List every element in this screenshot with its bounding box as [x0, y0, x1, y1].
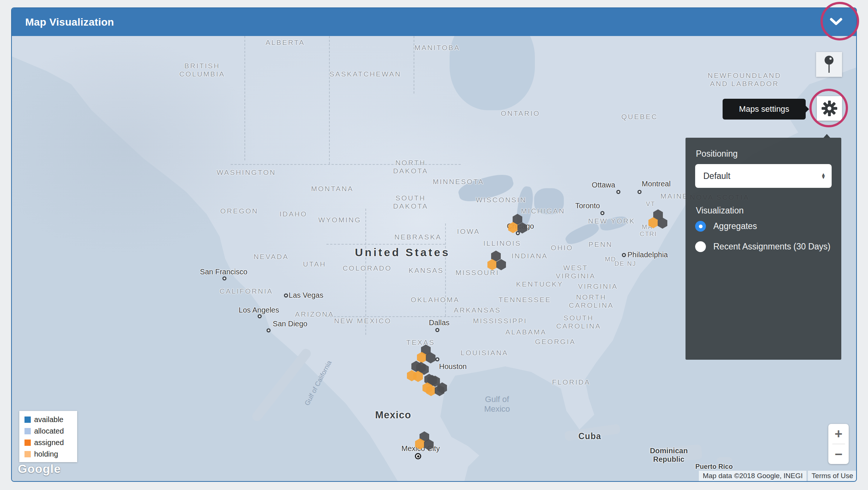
region-label: SOUTH DAKOTA: [393, 194, 428, 210]
legend-label: holding: [34, 450, 58, 458]
city-label: Las Vegas: [289, 291, 323, 300]
region-label: NEW YORK: [588, 217, 635, 225]
region-label: UTAH: [303, 260, 326, 268]
region-label: SASKATCHEWAN: [329, 70, 401, 78]
city-dot: [601, 211, 605, 215]
map-settings-panel: Positioning Default ▲▼ Visualization Agg…: [685, 138, 841, 360]
region-label: TEXAS: [406, 339, 435, 347]
region-label: RI: [650, 231, 657, 238]
legend-swatch: [24, 416, 31, 423]
region-label: SOUTH CAROLINA: [556, 314, 601, 330]
region-label: COLORADO: [343, 264, 392, 272]
region-label: NEWFOUNDLAND AND LABRADOR: [708, 72, 782, 88]
radio-label: Recent Assignments (30 Days): [713, 242, 831, 252]
tooltip-text: Maps settings: [739, 104, 789, 114]
border-line: [329, 36, 330, 164]
legend-item: holding: [24, 450, 73, 458]
region-label: DE NJ: [614, 260, 636, 268]
positioning-label: Positioning: [696, 149, 841, 159]
region-label: TENNESSEE: [499, 296, 551, 304]
panel-notch: [823, 134, 830, 138]
region-label: IOWA: [457, 228, 480, 236]
chevron-down-icon: [829, 18, 843, 26]
city-label: Ottawa: [592, 181, 615, 189]
city-label: San Diego: [273, 320, 307, 328]
city-capital-dot: [415, 453, 421, 460]
place-label: Mexico: [375, 409, 411, 421]
border-line: [244, 36, 245, 160]
region-label: NORTH DAKOTA: [393, 159, 428, 175]
region-label: WYOMING: [318, 216, 361, 224]
place-label: United States: [355, 246, 450, 259]
city-label: Los Angeles: [239, 306, 279, 314]
place-label: Cuba: [578, 431, 601, 441]
border-line: [326, 244, 445, 245]
map-canvas[interactable]: ALBERTABRITISH COLUMBIASASKATCHEWANMANIT…: [12, 36, 856, 481]
visualization-option[interactable]: Recent Assignments (30 Days): [695, 241, 841, 252]
legend-item: assigned: [24, 438, 73, 447]
radio-unselected[interactable]: [695, 241, 706, 252]
maps-settings-tooltip: Maps settings: [723, 99, 806, 120]
map-data-attribution: Map data ©2018 Google, INEGI: [699, 471, 806, 481]
visualization-label: Visualization: [696, 206, 841, 216]
region-label: MAINE: [660, 192, 688, 200]
city-label: Dallas: [429, 318, 450, 327]
region-label: MANITOBA: [415, 44, 460, 52]
region-label: FLORIDA: [552, 378, 590, 386]
city-dot: [622, 253, 626, 257]
region-label: MISSOURI: [456, 269, 499, 277]
map-legend: availableallocatedassignedholding: [19, 411, 77, 462]
region-label: NEBRASKA: [394, 233, 441, 241]
region-label: GEORGIA: [535, 338, 576, 346]
zoom-in-button[interactable]: +: [828, 424, 849, 444]
legend-item: allocated: [24, 427, 73, 435]
collapse-button[interactable]: [829, 18, 843, 27]
positioning-select[interactable]: Default ▲▼: [695, 164, 832, 188]
hudson-bay: [450, 36, 535, 110]
region-label: NEW MEXICO: [334, 317, 392, 325]
city-dot: [435, 357, 440, 362]
region-label: OHIO: [551, 244, 573, 252]
place-label: Dominican Republic: [650, 447, 688, 464]
pin-tool-button[interactable]: [816, 52, 842, 77]
city-dot: [258, 314, 262, 318]
city-dot: [617, 190, 621, 194]
legend-swatch: [24, 428, 31, 434]
region-label: WASHINGTON: [217, 169, 276, 177]
zoom-out-button[interactable]: −: [828, 444, 849, 464]
region-label: MONTANA: [311, 185, 354, 193]
city-label: Houston: [439, 362, 467, 371]
region-label: ALBERTA: [266, 39, 305, 47]
city-label: Philadelphia: [628, 251, 668, 259]
terms-of-use-link[interactable]: Terms of Use: [808, 471, 856, 481]
radio-label: Aggregates: [713, 221, 757, 231]
attribution-bar: Map data ©2018 Google, INEGI Terms of Us…: [699, 471, 856, 481]
region-label: MICHIGAN: [521, 207, 565, 215]
maps-settings-button[interactable]: [817, 96, 842, 121]
region-label: NORTH CAROLINA: [569, 293, 614, 310]
region-label: MINNESOTA: [433, 178, 484, 186]
region-label: OKLAHOMA: [411, 296, 460, 304]
water-label: Gulf of Mexico: [484, 395, 510, 414]
visualization-option[interactable]: Aggregates: [695, 221, 841, 232]
place-label: Puerto Rico: [695, 463, 733, 471]
legend-label: available: [34, 415, 63, 424]
region-label: LOUISIANA: [461, 349, 508, 357]
region-label: INDIANA: [512, 252, 548, 260]
legend-item: available: [24, 415, 73, 424]
city-dot: [284, 294, 288, 298]
region-label: CALIFORNIA: [220, 287, 273, 295]
panel-header: Map Visualization: [12, 8, 856, 36]
region-label: MISSISSIPPI: [473, 317, 527, 325]
region-label: ARKANSAS: [454, 306, 501, 314]
gear-icon: [821, 100, 838, 117]
radio-selected[interactable]: [695, 221, 706, 232]
region-label: VT: [646, 200, 655, 208]
google-logo[interactable]: Google: [18, 462, 61, 476]
region-label: KANSAS: [408, 267, 444, 275]
city-label: San Francisco: [200, 268, 247, 276]
legend-swatch: [24, 451, 31, 457]
region-label: VIRGINIA: [578, 282, 618, 291]
region-label: CT: [640, 231, 650, 238]
region-label: PENN: [589, 241, 613, 249]
